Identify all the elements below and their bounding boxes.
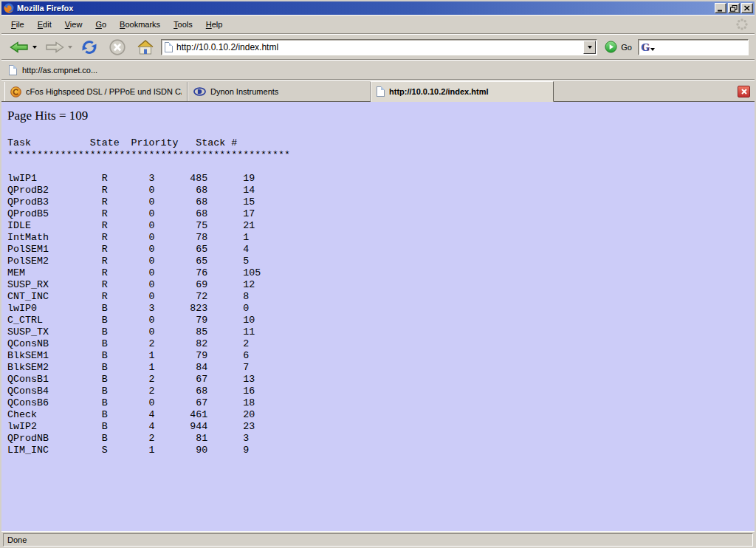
firefox-icon <box>4 3 14 13</box>
menu-item-view[interactable]: View <box>58 17 89 32</box>
status-text: Done <box>7 535 27 544</box>
page-content: Page Hits = 109 Task State Priority Stac… <box>1 102 755 531</box>
window-title: Mozilla Firefox <box>17 4 715 13</box>
tab-dynon[interactable]: Dynon Instruments <box>188 82 371 101</box>
menu-item-edit[interactable]: Edit <box>31 17 58 32</box>
menu-item-bookmarks[interactable]: Bookmarks <box>113 17 167 32</box>
search-engine-dropdown-icon[interactable] <box>650 48 655 51</box>
close-tab-button[interactable] <box>738 86 750 97</box>
tab-label: Dynon Instruments <box>210 87 365 96</box>
close-button[interactable] <box>741 3 753 13</box>
title-bar: Mozilla Firefox <box>1 1 755 15</box>
bookmarks-toolbar: http://as.cmpnet.co... <box>1 60 755 80</box>
tab-label: cFos Highspeed DSL / PPPoE und ISDN CAP.… <box>26 87 182 96</box>
navigation-toolbar: Go G <box>1 34 755 60</box>
menu-item-file[interactable]: File <box>4 17 31 32</box>
tab-index-html[interactable]: http://10.0.10.2/index.html <box>371 81 554 102</box>
throbber-icon <box>734 16 750 32</box>
search-input[interactable] <box>657 42 746 52</box>
minimize-button[interactable] <box>715 3 726 13</box>
home-button[interactable] <box>134 37 157 58</box>
menu-item-help[interactable]: Help <box>199 17 230 32</box>
page-icon <box>165 42 173 52</box>
tab-label: http://10.0.10.2/index.html <box>389 87 548 96</box>
bookmark-page-icon <box>9 65 17 75</box>
forward-button[interactable] <box>43 37 66 58</box>
tab-strip: cFos Highspeed DSL / PPPoE und ISDN CAP.… <box>1 80 755 102</box>
address-dropdown-button[interactable] <box>583 41 596 54</box>
task-table: Task State Priority Stack # ************… <box>7 137 749 456</box>
search-bar: G <box>638 39 749 55</box>
forward-dropdown[interactable] <box>66 44 74 50</box>
menu-item-go[interactable]: Go <box>89 17 113 32</box>
status-bar: Done <box>1 531 755 548</box>
address-bar <box>161 39 597 55</box>
menu-bar: File Edit View Go Bookmarks Tools Help <box>1 15 755 34</box>
back-button[interactable] <box>7 37 31 58</box>
restore-button[interactable] <box>728 3 740 13</box>
status-panel: Done <box>3 533 753 547</box>
reload-button[interactable] <box>78 36 100 58</box>
cfos-icon <box>10 86 21 97</box>
stop-button[interactable] <box>106 36 128 58</box>
go-button[interactable]: Go <box>621 43 632 52</box>
bookmark-item[interactable]: http://as.cmpnet.co... <box>22 66 97 75</box>
go-icon[interactable] <box>605 41 617 53</box>
browser-window: Mozilla Firefox File Edit View Go Bookma… <box>0 0 756 548</box>
tab-cfos[interactable]: cFos Highspeed DSL / PPPoE und ISDN CAP.… <box>4 82 188 101</box>
tab-page-icon <box>377 86 385 97</box>
dynon-icon <box>193 87 206 96</box>
back-dropdown[interactable] <box>31 44 38 50</box>
menu-item-tools[interactable]: Tools <box>167 17 199 32</box>
address-input[interactable] <box>176 41 583 54</box>
page-hits-text: Page Hits = 109 <box>7 109 749 123</box>
google-g-icon[interactable]: G <box>641 42 650 52</box>
